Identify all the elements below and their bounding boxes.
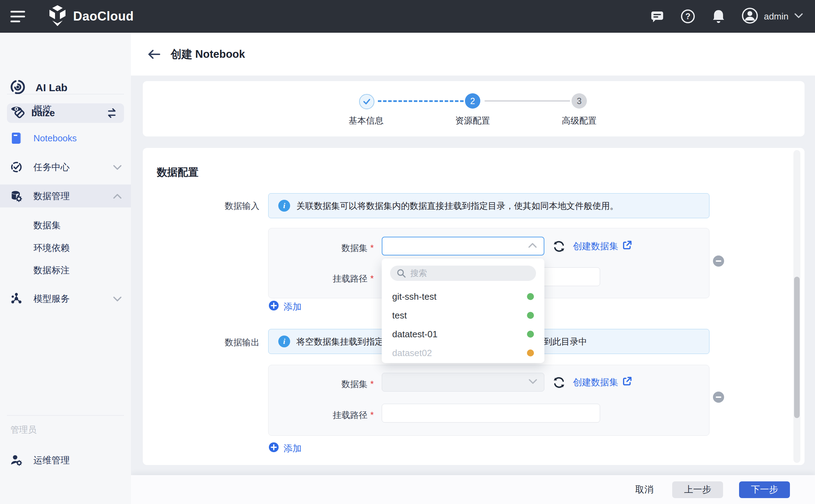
model-nodes-icon	[10, 292, 22, 305]
divider	[7, 415, 124, 416]
sidebar-item-label: 概览	[33, 103, 131, 115]
user-menu[interactable]: admin	[742, 7, 803, 25]
status-dot	[527, 349, 534, 356]
dataset-dropdown: git-ssh-test test datatest-01 dataset02	[382, 259, 544, 363]
sidebar: AI Lab baize 概览 Notebooks 任务中心	[0, 33, 131, 504]
bell-icon[interactable]	[711, 9, 726, 24]
sidebar-item-label: 运维管理	[33, 454, 131, 466]
step-3-circle[interactable]: 3	[572, 93, 587, 109]
chevron-up-icon	[113, 191, 122, 202]
dropdown-option[interactable]: test	[382, 306, 544, 325]
remove-dataset-button[interactable]	[713, 255, 724, 267]
sidebar-item-label: Notebooks	[33, 133, 131, 144]
brand-name: DaoCloud	[73, 9, 134, 24]
step-connector-done	[378, 100, 464, 102]
step-1-circle[interactable]	[359, 94, 374, 109]
sidebar-subitem-data-annotation[interactable]: 数据标注	[33, 264, 70, 276]
dropdown-option[interactable]: git-ssh-test	[382, 287, 544, 306]
chevron-down-icon	[113, 293, 122, 304]
cube-logo-icon	[47, 5, 68, 28]
step-1-label: 基本信息	[328, 115, 404, 126]
step-3-label: 高级配置	[541, 115, 618, 126]
step-2-label: 资源配置	[434, 115, 511, 126]
banner-text: 关联数据集可以将数据集内的数据直接挂载到指定目录，使其如同本地文件般使用。	[296, 200, 619, 212]
scrollbar-thumb[interactable]	[794, 277, 800, 418]
remove-dataset-button[interactable]	[713, 392, 724, 403]
brand[interactable]: DaoCloud	[47, 5, 134, 28]
refresh-icon[interactable]	[553, 376, 565, 389]
database-gear-icon	[10, 189, 22, 203]
minus-icon	[716, 396, 721, 398]
svg-text:?: ?	[685, 11, 691, 21]
sidebar-item-label: 模型服务	[33, 293, 113, 305]
page-header: 创建 Notebook	[131, 33, 815, 76]
menu-icon[interactable]	[10, 9, 26, 23]
plus-circle-icon	[268, 442, 279, 455]
next-step-button[interactable]: 下一步	[739, 481, 790, 498]
mount-path-label: 挂载路径*	[272, 273, 374, 284]
check-icon	[363, 97, 371, 107]
section-title: 数据配置	[157, 165, 199, 180]
data-input-label: 数据输入	[143, 200, 259, 212]
sidebar-subitem-datasets[interactable]: 数据集	[33, 219, 61, 231]
step-2-circle[interactable]: 2	[465, 93, 480, 109]
back-arrow-icon[interactable]	[146, 47, 162, 62]
sidebar-item-model-service[interactable]: 模型服务	[0, 287, 131, 310]
data-input-banner: i 关联数据集可以将数据集内的数据直接挂载到指定目录，使其如同本地文件般使用。	[268, 193, 709, 218]
chevron-up-icon	[528, 243, 537, 250]
topbar: DaoCloud ? admin	[0, 0, 815, 33]
add-dataset-output-link[interactable]: 添加	[268, 442, 302, 455]
message-icon[interactable]	[650, 9, 665, 24]
dataset-select-output[interactable]	[382, 373, 544, 392]
mount-path-output-input[interactable]	[382, 404, 600, 423]
help-icon[interactable]: ?	[680, 9, 696, 24]
dropdown-search[interactable]	[390, 266, 536, 281]
add-dataset-input-link[interactable]: 添加	[268, 300, 302, 314]
product-name: AI Lab	[36, 82, 68, 94]
user-gear-icon	[10, 454, 22, 466]
required-mark: *	[370, 410, 374, 420]
footer-actions: 取消 上一步 下一步	[131, 475, 815, 504]
page-title: 创建 Notebook	[171, 47, 245, 62]
info-icon: i	[278, 200, 290, 212]
external-link-icon	[622, 376, 632, 388]
previous-step-button[interactable]: 上一步	[672, 481, 723, 498]
step-connector-pending	[484, 100, 570, 102]
search-input[interactable]	[410, 268, 526, 278]
chevron-down-icon	[113, 162, 122, 173]
required-mark: *	[370, 379, 374, 389]
search-icon	[396, 268, 406, 278]
required-mark: *	[370, 274, 374, 283]
eye-icon	[10, 104, 22, 113]
info-icon: i	[278, 336, 290, 347]
dropdown-option-disabled[interactable]: dataset02	[382, 344, 544, 362]
sidebar-item-data-management[interactable]: 数据管理	[0, 184, 131, 207]
create-dataset-link[interactable]: 创建数据集	[573, 240, 632, 252]
minus-icon	[716, 260, 721, 262]
plus-circle-icon	[268, 300, 279, 314]
refresh-icon[interactable]	[553, 240, 565, 253]
mount-path-label: 挂载路径*	[272, 409, 374, 421]
dataset-label: 数据集*	[272, 378, 374, 390]
banner-text-left: 将空数据集挂载到指定目	[296, 336, 392, 347]
sidebar-subitem-env-dependencies[interactable]: 环境依赖	[33, 242, 70, 254]
caret-down-icon	[794, 13, 803, 20]
sidebar-item-notebooks[interactable]: Notebooks	[0, 127, 131, 150]
dataset-select-input[interactable]	[382, 237, 544, 255]
data-output-label: 数据输出	[143, 337, 259, 348]
sidebar-item-task-center[interactable]: 任务中心	[0, 156, 131, 179]
task-check-icon	[10, 161, 22, 173]
divider	[7, 94, 124, 94]
dropdown-options: git-ssh-test test datatest-01 dataset02	[382, 287, 544, 362]
required-mark: *	[370, 243, 374, 253]
create-dataset-link[interactable]: 创建数据集	[573, 376, 632, 388]
sidebar-item-label: 数据管理	[33, 190, 113, 202]
notebook-icon	[10, 132, 22, 144]
sidebar-item-overview[interactable]: 概览	[0, 97, 131, 120]
avatar-icon	[742, 7, 758, 25]
cancel-button[interactable]: 取消	[632, 481, 656, 498]
dataset-label: 数据集*	[272, 242, 374, 254]
dropdown-option[interactable]: datatest-01	[382, 325, 544, 344]
sidebar-item-ops-management[interactable]: 运维管理	[0, 449, 131, 472]
banner-text-right: 到此目录中	[544, 336, 587, 347]
